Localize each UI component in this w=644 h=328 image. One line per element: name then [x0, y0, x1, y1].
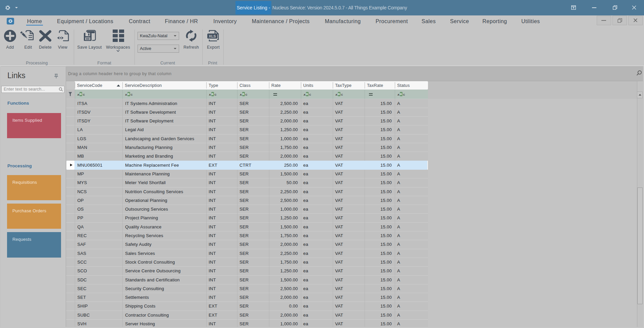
svg-text:XLS: XLS [209, 34, 216, 38]
